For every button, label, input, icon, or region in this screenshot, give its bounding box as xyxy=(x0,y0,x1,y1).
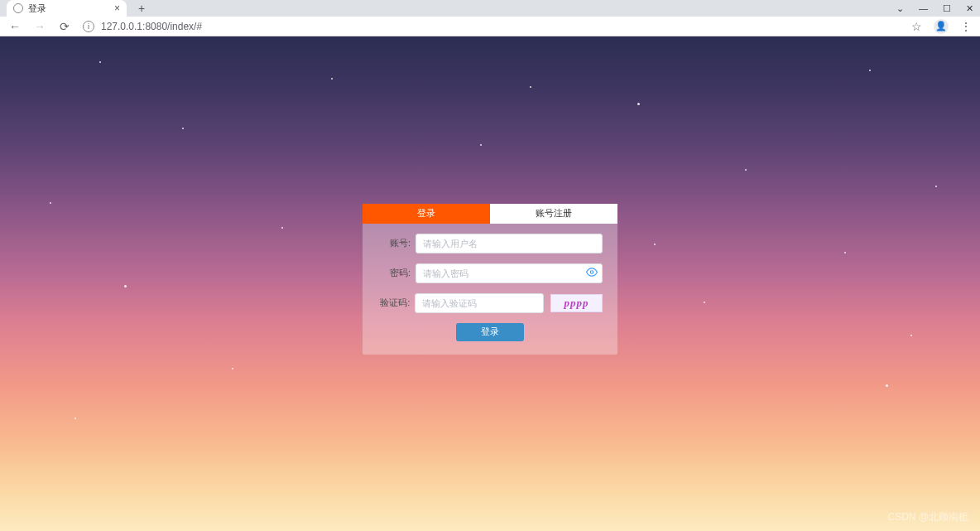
window-maximize-icon[interactable]: ☐ xyxy=(943,3,951,14)
back-button[interactable]: ← xyxy=(8,20,22,33)
star-decoration xyxy=(654,244,656,245)
globe-icon xyxy=(13,3,23,13)
tab-register[interactable]: 账号注册 xyxy=(490,204,617,224)
star-decoration xyxy=(935,186,937,187)
login-panel: 登录 账号注册 账号: 密码: 验证码: pppp xyxy=(363,204,617,355)
star-decoration xyxy=(886,384,888,387)
star-decoration xyxy=(745,169,747,171)
toggle-password-icon[interactable] xyxy=(586,266,598,280)
menu-icon[interactable]: ⋮ xyxy=(960,20,972,33)
window-dropdown-icon[interactable]: ⌄ xyxy=(896,3,904,14)
window-controls: ⌄ — ☐ ✕ xyxy=(896,3,973,14)
star-decoration xyxy=(910,335,912,336)
star-decoration xyxy=(704,302,705,303)
star-decoration xyxy=(182,128,184,129)
browser-chrome: 登录 × + ⌄ — ☐ ✕ ← → ⟳ i 127.0.0.1:8080/in… xyxy=(0,0,980,36)
star-decoration xyxy=(869,70,871,71)
captcha-image[interactable]: pppp xyxy=(550,294,603,312)
captcha-input[interactable] xyxy=(415,293,544,313)
password-input[interactable] xyxy=(416,263,603,283)
browser-tab[interactable]: 登录 × xyxy=(7,0,127,17)
submit-row: 登录 xyxy=(377,323,603,341)
forward-button[interactable]: → xyxy=(33,20,46,33)
page-content: 登录 账号注册 账号: 密码: 验证码: pppp xyxy=(0,36,980,531)
star-decoration xyxy=(74,418,76,419)
tab-login[interactable]: 登录 xyxy=(363,204,490,224)
watermark: CSDN @北顾南栀 xyxy=(887,510,968,524)
captcha-label: 验证码: xyxy=(377,297,410,309)
username-row: 账号: xyxy=(377,234,603,253)
tab-title: 登录 xyxy=(28,2,109,15)
url-bar[interactable]: i 127.0.0.1:8080/index/# xyxy=(83,21,900,32)
star-decoration xyxy=(844,252,846,253)
url-text: 127.0.0.1:8080/index/# xyxy=(101,21,202,32)
new-tab-button[interactable]: + xyxy=(133,0,150,17)
password-row: 密码: xyxy=(377,263,603,283)
svg-point-0 xyxy=(590,270,593,273)
star-decoration xyxy=(530,86,531,88)
star-decoration xyxy=(637,103,640,105)
star-decoration xyxy=(480,144,482,146)
auth-tabs: 登录 账号注册 xyxy=(363,204,617,224)
captcha-row: 验证码: pppp xyxy=(377,293,603,313)
star-decoration xyxy=(331,78,333,80)
star-decoration xyxy=(99,61,101,63)
reload-button[interactable]: ⟳ xyxy=(58,20,71,33)
window-close-icon[interactable]: ✕ xyxy=(966,3,973,14)
address-bar: ← → ⟳ i 127.0.0.1:8080/index/# ☆ 👤 ⋮ xyxy=(0,17,980,36)
bookmark-icon[interactable]: ☆ xyxy=(911,20,922,33)
password-label: 密码: xyxy=(377,267,411,279)
username-label: 账号: xyxy=(377,237,411,249)
window-minimize-icon[interactable]: — xyxy=(919,3,928,14)
star-decoration xyxy=(124,285,127,287)
close-tab-icon[interactable]: × xyxy=(114,2,120,14)
username-input[interactable] xyxy=(416,234,603,253)
login-form: 账号: 密码: 验证码: pppp 登录 xyxy=(363,224,617,355)
tab-bar: 登录 × + ⌄ — ☐ ✕ xyxy=(0,0,980,17)
login-button[interactable]: 登录 xyxy=(456,323,524,341)
toolbar-right: ☆ 👤 ⋮ xyxy=(911,19,972,34)
star-decoration xyxy=(232,368,233,369)
profile-icon[interactable]: 👤 xyxy=(934,19,949,34)
star-decoration xyxy=(281,227,283,229)
site-info-icon[interactable]: i xyxy=(83,21,94,32)
star-decoration xyxy=(50,202,51,204)
